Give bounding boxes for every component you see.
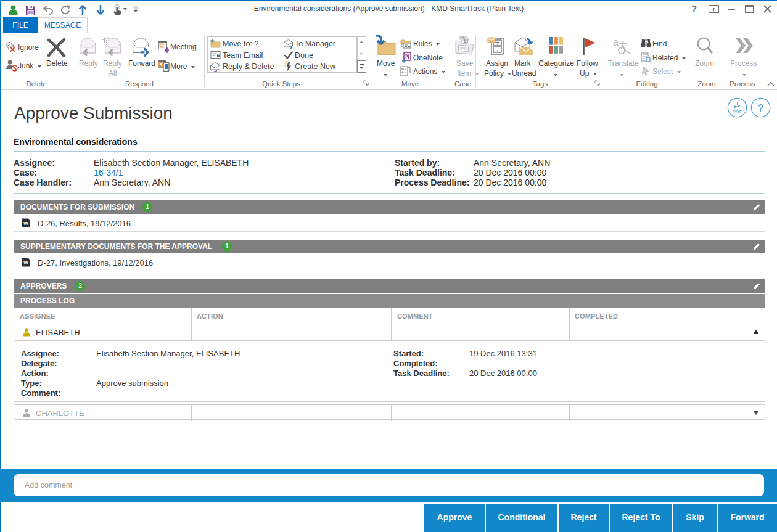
svg-text:?: ? bbox=[758, 103, 763, 113]
svg-text:W: W bbox=[23, 221, 28, 226]
svg-text:N: N bbox=[405, 53, 409, 60]
svg-text:W: W bbox=[23, 260, 28, 266]
svg-text:PDF: PDF bbox=[733, 109, 742, 115]
svg-text:a: a bbox=[613, 37, 619, 47]
